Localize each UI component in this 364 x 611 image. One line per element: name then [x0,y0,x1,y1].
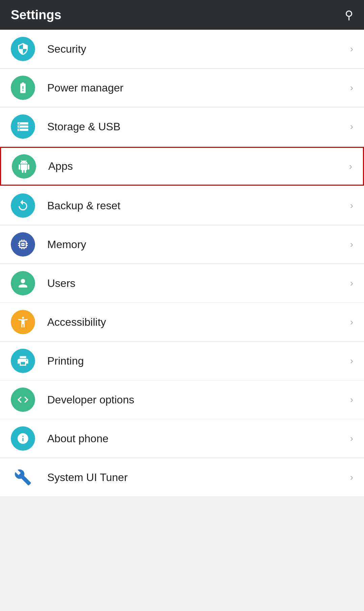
backup-label: Backup & reset [47,200,350,212]
about-chevron: › [350,433,353,444]
page-title: Settings [11,8,61,22]
printing-icon [17,354,29,367]
android-icon [18,160,30,173]
settings-item-tuner[interactable]: System UI Tuner › [0,458,364,497]
about-icon-circle [11,426,35,451]
users-icon-circle [11,271,35,295]
storage-chevron: › [350,121,353,132]
settings-item-printing[interactable]: Printing › [0,342,364,380]
about-label: About phone [47,432,350,445]
accessibility-label: Accessibility [47,316,350,328]
power-chevron: › [350,82,353,93]
apps-chevron: › [349,161,352,172]
printing-label: Printing [47,355,350,367]
settings-item-about[interactable]: About phone › [0,419,364,458]
users-chevron: › [350,278,353,289]
security-icon-circle [11,37,35,61]
storage-label: Storage & USB [47,121,350,133]
backup-icon [17,199,29,212]
developer-label: Developer options [47,394,350,406]
security-chevron: › [350,44,353,54]
settings-item-backup[interactable]: Backup & reset › [0,186,364,225]
settings-item-storage[interactable]: Storage & USB › [0,107,364,146]
printing-icon-circle [11,349,35,373]
backup-chevron: › [350,200,353,211]
storage-icon-circle [11,114,35,139]
power-manager-label: Power manager [47,82,350,94]
security-icon [17,43,29,55]
developer-chevron: › [350,394,353,405]
memory-icon-circle [11,232,35,257]
accessibility-icon-circle [11,310,35,334]
memory-label: Memory [47,238,350,251]
printing-chevron: › [350,355,353,366]
apps-icon-circle [12,154,36,179]
developer-icon [17,393,29,406]
settings-item-accessibility[interactable]: Accessibility › [0,303,364,342]
power-icon-circle [11,76,35,100]
backup-icon-circle [11,193,35,218]
tuner-icon [14,469,32,486]
power-icon [17,81,29,94]
accessibility-chevron: › [350,317,353,327]
storage-icon [17,120,29,133]
security-label: Security [47,43,350,55]
settings-item-power-manager[interactable]: Power manager › [0,69,364,107]
settings-item-developer[interactable]: Developer options › [0,380,364,419]
users-label: Users [47,277,350,290]
users-icon [17,277,29,290]
memory-chevron: › [350,239,353,250]
settings-list: Security › Power manager › Storage & USB… [0,30,364,497]
memory-icon [17,238,29,251]
search-icon[interactable]: ⚲ [345,8,353,22]
settings-item-memory[interactable]: Memory › [0,225,364,264]
apps-label: Apps [48,160,349,172]
tuner-label: System UI Tuner [47,471,350,484]
settings-item-apps[interactable]: Apps › [0,147,364,186]
developer-icon-circle [11,388,35,412]
tuner-chevron: › [350,472,353,483]
settings-item-security[interactable]: Security › [0,30,364,69]
accessibility-icon [17,316,29,328]
app-header: Settings ⚲ [0,0,364,30]
about-icon [17,432,29,445]
tuner-icon-circle [11,465,35,489]
settings-item-users[interactable]: Users › [0,264,364,303]
